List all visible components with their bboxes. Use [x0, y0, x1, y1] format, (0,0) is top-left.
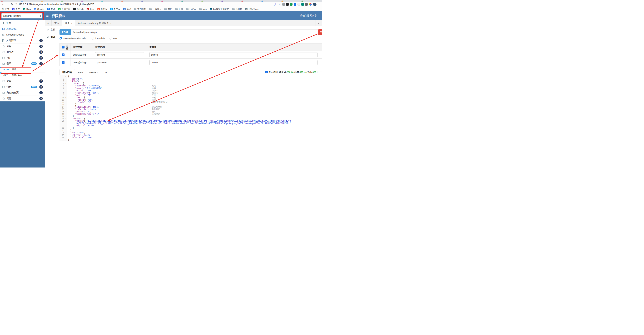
radio-icon[interactable]: [92, 37, 94, 40]
param-value-input[interactable]: [149, 52, 318, 57]
fold-toggle-icon[interactable]: [65, 139, 67, 141]
param-name-input[interactable]: [95, 60, 144, 65]
fold-toggle-icon[interactable]: ▾: [65, 118, 67, 120]
fold-toggle-icon[interactable]: [65, 108, 67, 110]
bookmark-item[interactable]: 记 笔记: [123, 8, 131, 10]
expand-icon[interactable]: [320, 71, 322, 73]
browser-tab[interactable]: [220, 0, 240, 2]
fold-toggle-icon[interactable]: ▾: [65, 80, 67, 82]
response-tab[interactable]: 响应内容: [60, 69, 75, 76]
fold-toggle-icon[interactable]: [65, 78, 67, 80]
doc-tab[interactable]: 主页: [52, 20, 62, 26]
back-button[interactable]: ←: [2, 3, 4, 6]
bookmark-item[interactable]: 公司: [175, 8, 183, 10]
sidebar-item-home[interactable]: 主页: [0, 20, 45, 26]
fold-toggle-icon[interactable]: [65, 106, 67, 108]
fold-toggle-icon[interactable]: [65, 113, 67, 116]
sidebar-item-verify-token-get[interactable]: GET 验证token: [0, 72, 45, 78]
bookmark-item[interactable]: 微信: [164, 8, 172, 10]
forward-button[interactable]: →: [6, 3, 9, 6]
bookmark-item[interactable]: 译 翻译: [47, 8, 55, 10]
profile-avatar[interactable]: [313, 2, 316, 6]
browser-tab[interactable]: [280, 0, 300, 2]
browser-tab[interactable]: [80, 0, 100, 2]
browser-tab[interactable]: [100, 0, 120, 2]
row-checkbox[interactable]: [62, 61, 64, 64]
browser-menu-icon[interactable]: ⋮: [318, 3, 320, 6]
browser-tab[interactable]: [60, 0, 80, 2]
tab-debug[interactable]: 调试: [45, 34, 59, 41]
fold-toggle-icon[interactable]: [65, 99, 67, 101]
bookmark-star-icon[interactable]: ☆: [279, 3, 281, 6]
refresh-button[interactable]: ↻: [11, 3, 13, 6]
radio-icon[interactable]: [110, 37, 112, 40]
bookmark-item[interactable]: GitHub: [73, 8, 84, 10]
tab-document[interactable]: 文档: [45, 26, 59, 34]
extension-icon[interactable]: [294, 3, 296, 6]
show-description-checkbox[interactable]: [265, 71, 268, 73]
doc-tab[interactable]: Authorize-authority-权限模块 ×: [75, 20, 114, 26]
fold-toggle-icon[interactable]: [65, 130, 67, 132]
fold-toggle-icon[interactable]: [65, 110, 67, 113]
fold-toggle-icon[interactable]: ▾: [65, 82, 67, 85]
response-tab[interactable]: Headers: [86, 70, 101, 76]
fold-toggle-icon[interactable]: [65, 85, 67, 87]
bookmark-item[interactable]: ⊞ 应用: [2, 8, 9, 10]
bookmark-item[interactable]: b Bing: [23, 8, 31, 10]
fold-toggle-icon[interactable]: [65, 132, 67, 134]
sidebar-item-app[interactable]: 应用 5: [0, 44, 45, 49]
content-type-option[interactable]: raw: [110, 37, 117, 40]
send-button[interactable]: 发送: [318, 29, 322, 35]
fold-toggle-icon[interactable]: [65, 90, 67, 92]
fold-toggle-icon[interactable]: [65, 104, 67, 106]
response-tab[interactable]: Curl: [101, 70, 111, 76]
sidebar-item-swagger-models[interactable]: Swagger Models: [0, 32, 45, 38]
close-icon[interactable]: ×: [71, 22, 72, 25]
bookmark-item[interactable]: 学习资料: [134, 8, 146, 10]
bookmark-item[interactable]: mac: [199, 8, 207, 10]
tabs-scroll-right-icon[interactable]: »: [315, 20, 322, 26]
sidebar-item-role[interactable]: 角色 NEW 8: [0, 84, 45, 90]
browser-tab[interactable]: [20, 0, 40, 2]
doc-tab[interactable]: 登录 ×: [62, 20, 75, 26]
content-type-option[interactable]: form-data: [92, 37, 105, 40]
sidebar-item-service-table[interactable]: 服务表 6: [0, 49, 45, 55]
fold-toggle-icon[interactable]: [65, 127, 67, 130]
browser-tab[interactable]: [40, 0, 60, 2]
extension-icon[interactable]: [286, 3, 289, 6]
tabs-scroll-left-icon[interactable]: «: [45, 20, 52, 26]
translate-icon[interactable]: 文: [274, 3, 277, 6]
extension-icon[interactable]: [298, 3, 300, 6]
bookmark-item[interactable]: G 码云: [86, 8, 94, 10]
extension-icon[interactable]: [305, 3, 308, 6]
extension-icon[interactable]: [301, 3, 304, 6]
page-info-icon[interactable]: ⓘ: [15, 3, 17, 6]
sidebar-item-user[interactable]: 用户 9: [0, 55, 45, 61]
browser-tab[interactable]: [120, 0, 140, 2]
browser-tab[interactable]: [140, 0, 160, 2]
response-tab[interactable]: Raw: [75, 70, 86, 76]
close-icon[interactable]: ×: [110, 22, 112, 25]
browser-tab[interactable]: [180, 0, 200, 2]
show-description-toggle[interactable]: 显示说明: [265, 70, 278, 74]
fold-toggle-icon[interactable]: [65, 120, 67, 122]
bookmark-item[interactable]: G Google: [34, 8, 44, 10]
fold-toggle-icon[interactable]: ▾: [65, 96, 67, 99]
extension-icon[interactable]: [282, 3, 285, 6]
browser-tab[interactable]: [200, 0, 220, 2]
bookmark-item[interactable]: 小目标: [232, 8, 242, 10]
browser-tab[interactable]: [260, 0, 280, 2]
fold-toggle-icon[interactable]: ▾: [65, 76, 67, 78]
select-all-checkbox[interactable]: [62, 46, 64, 48]
sidebar-item-authorize[interactable]: Authorize: [0, 26, 45, 32]
module-select[interactable]: authority-权限模块: [2, 13, 42, 18]
content-type-option[interactable]: x-www-form-urlencoded: [60, 37, 87, 40]
bookmark-item[interactable]: T 1024Tools: [245, 8, 258, 10]
bookmark-item[interactable]: 百 百度: [12, 8, 20, 10]
sidebar-item-login[interactable]: 登录 NEW 2: [0, 61, 45, 67]
fold-toggle-icon[interactable]: [65, 115, 67, 118]
bookmark-item[interactable]: 云 百度云: [110, 8, 120, 10]
header-search-input[interactable]: 请输入搜索内容: [300, 14, 317, 17]
sidebar-item-menu[interactable]: 菜单 7: [0, 78, 45, 84]
extension-icon[interactable]: [290, 3, 292, 6]
